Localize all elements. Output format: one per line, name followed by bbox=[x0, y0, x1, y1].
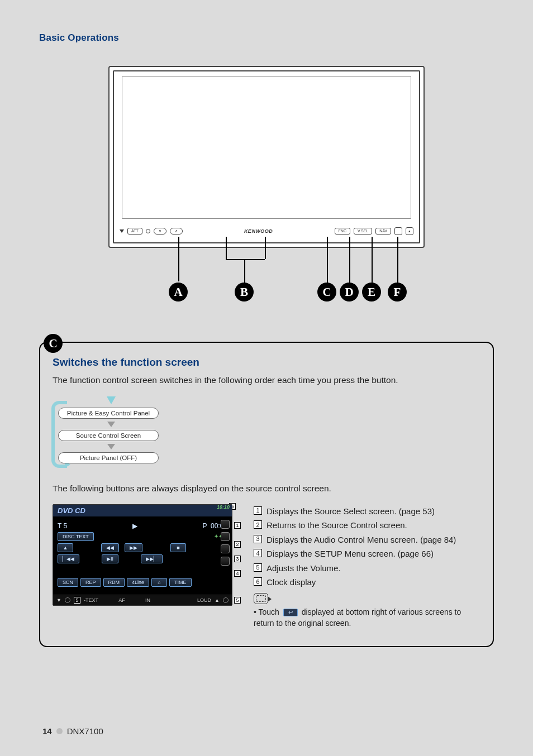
4line-button[interactable]: 4Line bbox=[127, 578, 149, 587]
play-pause-button[interactable]: ▶II bbox=[102, 554, 118, 563]
flow-arrow-icon bbox=[107, 444, 115, 449]
pointer-d: D bbox=[340, 283, 359, 302]
pointer-b: B bbox=[235, 283, 254, 302]
footer-dot-icon bbox=[56, 728, 63, 734]
list-item: 6Clock display bbox=[254, 575, 480, 590]
pointer-a: A bbox=[169, 283, 188, 302]
flow-step-3: Picture Panel (OFF) bbox=[58, 452, 159, 463]
side-icon-2[interactable] bbox=[221, 532, 230, 541]
time-button[interactable]: TIME bbox=[169, 578, 192, 587]
panel-fnc-button: FNC bbox=[335, 228, 350, 235]
ref-6: 6 bbox=[254, 577, 262, 586]
flow-arrow-icon bbox=[107, 422, 115, 427]
flow-start-arrow-icon bbox=[107, 396, 116, 404]
ref-3-text: Displays the Audio Control Menu screen. … bbox=[266, 533, 456, 547]
foot-text: -TEXT bbox=[84, 597, 98, 603]
panel-vsel-button: V.SEL bbox=[354, 228, 372, 235]
ref-2: 2 bbox=[254, 520, 262, 529]
foot-down-icon[interactable]: ▼ bbox=[56, 597, 61, 603]
ref-box-2: 2 bbox=[234, 541, 241, 548]
eject-button[interactable]: ▲ bbox=[58, 543, 73, 552]
rewind-button[interactable]: ◀◀ bbox=[101, 543, 119, 552]
triangle-down-icon bbox=[120, 229, 124, 233]
note-icon bbox=[254, 593, 268, 604]
box-badge-c: C bbox=[44, 334, 63, 353]
list-item: 5Adjusts the Volume. bbox=[254, 561, 480, 576]
prev-track-button[interactable]: ▏◀◀ bbox=[58, 554, 79, 563]
panel-att-button: ATT bbox=[127, 228, 142, 235]
ref-box-4: 4 bbox=[234, 570, 241, 577]
pointer-c: C bbox=[317, 283, 336, 302]
ref-1-text: Displays the Source Select screen. (page… bbox=[266, 504, 435, 519]
box-second-para: The following buttons are always display… bbox=[53, 482, 480, 495]
list-item: 3Displays the Audio Control Menu screen.… bbox=[254, 533, 480, 547]
ref-box-5-inline: 5 bbox=[74, 597, 80, 604]
panel-vol-up-button: ∧ bbox=[170, 228, 183, 235]
foot-in: IN bbox=[145, 597, 150, 603]
circle-icon bbox=[146, 229, 150, 233]
flow-step-2: Source Control Screen bbox=[58, 430, 159, 441]
return-icon[interactable]: ↩ bbox=[283, 609, 298, 616]
panel-vol-down-button: ∨ bbox=[154, 228, 166, 235]
ref-4-text: Displays the SETUP Menu screen. (page 66… bbox=[266, 547, 434, 561]
section-title: Basic Operations bbox=[39, 32, 494, 44]
list-item: 2Returns to the Source Control screen. bbox=[254, 518, 480, 533]
note-text: • Touch ↩ displayed at bottom right of v… bbox=[254, 606, 480, 629]
ref-box-5: 5 bbox=[234, 597, 241, 604]
side-icon-3[interactable] bbox=[221, 544, 230, 553]
foot-circle-icon[interactable] bbox=[65, 597, 70, 603]
foot-circle-icon-2[interactable] bbox=[223, 597, 229, 603]
fastforward-button[interactable]: ▶▶ bbox=[125, 543, 142, 552]
device-panel-row: ATT ∨ ∧ KENWOOD FNC V.SEL NAV ▴ bbox=[120, 223, 413, 239]
panel-sq-button bbox=[394, 227, 402, 235]
side-icon-4[interactable] bbox=[221, 557, 230, 566]
ref-6-text: Clock display bbox=[266, 575, 316, 590]
model-name: DNX7100 bbox=[67, 726, 103, 736]
page-footer: 14 DNX7100 bbox=[42, 726, 103, 736]
list-item: 1Displays the Source Select screen. (pag… bbox=[254, 504, 480, 519]
ref-5-text: Adjusts the Volume. bbox=[266, 561, 341, 576]
panel-eject-button: ▴ bbox=[406, 227, 413, 235]
play-icon: ▶ bbox=[132, 522, 137, 530]
ref-box-1: 1 bbox=[234, 522, 241, 529]
rep-button[interactable]: REP bbox=[80, 578, 101, 587]
rdm-button[interactable]: RDM bbox=[103, 578, 125, 587]
next-track-button[interactable]: ▶▶▏ bbox=[141, 554, 163, 563]
device-illustration: ATT ∨ ∧ KENWOOD FNC V.SEL NAV ▴ bbox=[39, 66, 494, 248]
flow-step-1: Picture & Easy Control Panel bbox=[58, 408, 159, 419]
pointer-row: A B C D E F bbox=[108, 248, 425, 315]
ref-5: 5 bbox=[254, 563, 262, 572]
reference-list: 1Displays the Source Select screen. (pag… bbox=[254, 504, 480, 629]
brand-label: KENWOOD bbox=[244, 228, 273, 234]
foot-af: AF bbox=[102, 597, 142, 603]
panel-nav-button: NAV bbox=[375, 228, 391, 235]
flow-diagram: Picture & Easy Control Panel Source Cont… bbox=[53, 396, 164, 471]
explanation-box: C Switches the function screen The funct… bbox=[39, 342, 494, 647]
foot-up-icon[interactable]: ▲ bbox=[215, 597, 220, 603]
scn-button[interactable]: SCN bbox=[58, 578, 78, 587]
home-button[interactable]: ⌂ bbox=[151, 578, 167, 587]
pointer-e: E bbox=[362, 283, 381, 302]
box-intro: The function control screen switches in … bbox=[53, 374, 480, 386]
track-label: T 5 bbox=[58, 522, 67, 530]
ref-box-3: 3 bbox=[234, 556, 241, 562]
ref-2-text: Returns to the Source Control screen. bbox=[266, 518, 407, 533]
stop-button[interactable]: ■ bbox=[170, 543, 186, 552]
pointer-f: F bbox=[388, 283, 407, 302]
p-label: P bbox=[203, 522, 207, 530]
source-control-screenshot: 6 DVD CD 10:10 T 5 ▶ P 00:05 DISC TEXT✦✦… bbox=[53, 504, 232, 606]
screenshot-clock: 10:10 bbox=[217, 504, 230, 510]
ref-3: 3 bbox=[254, 535, 262, 543]
disc-text-button[interactable]: DISC TEXT bbox=[58, 532, 94, 541]
screenshot-title: DVD CD 10:10 bbox=[53, 505, 232, 516]
ref-1: 1 bbox=[254, 506, 262, 515]
side-icon-1[interactable] bbox=[221, 520, 230, 529]
ref-4: 4 bbox=[254, 549, 262, 557]
box-title: Switches the function screen bbox=[53, 356, 480, 369]
page-number: 14 bbox=[42, 726, 52, 736]
list-item: 4Displays the SETUP Menu screen. (page 6… bbox=[254, 547, 480, 561]
foot-loud: LOUD bbox=[197, 597, 211, 603]
